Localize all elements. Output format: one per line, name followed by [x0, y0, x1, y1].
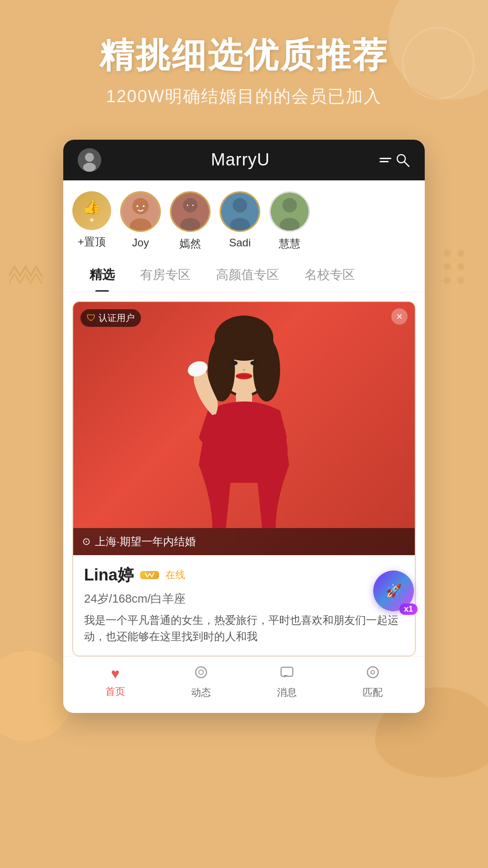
meiran-label: 嫣然 [179, 236, 201, 251]
close-button[interactable]: × [391, 308, 408, 325]
profile-woman-svg [167, 311, 321, 546]
pin-avatar[interactable]: 👍 ★ [72, 191, 111, 230]
svg-point-32 [230, 361, 238, 365]
user-avatar[interactable] [78, 148, 101, 172]
story-sadi-item[interactable]: Sadi [220, 191, 260, 249]
tab-beauty[interactable]: 高颜值专区 [203, 258, 292, 292]
profile-name-row: Lina婷 在线 [84, 564, 404, 586]
nav-home[interactable]: ♥ 首页 [105, 665, 125, 698]
sadi-label: Sadi [229, 236, 251, 249]
profile-stats: 24岁/168cm/白羊座 [84, 591, 404, 607]
profile-info: Lina婷 在线 24岁/168cm/白羊座 我是一个平凡普通的女生，热爱旅行，… [73, 555, 415, 656]
home-icon: ♥ [111, 665, 120, 682]
svg-point-7 [85, 153, 94, 162]
story-joy-item[interactable]: Joy [120, 191, 161, 249]
svg-point-25 [282, 198, 297, 212]
search-area[interactable] [380, 152, 410, 168]
match-label: 匹配 [363, 686, 383, 699]
svg-point-31 [215, 316, 273, 361]
svg-point-22 [233, 198, 247, 212]
svg-point-19 [187, 204, 188, 206]
svg-point-3 [457, 263, 465, 270]
svg-point-4 [444, 277, 451, 284]
svg-line-10 [404, 162, 409, 166]
svg-point-2 [444, 263, 451, 270]
svg-point-12 [132, 198, 149, 214]
svg-point-40 [199, 670, 203, 675]
tab-bar: 精选 有房专区 高颜值专区 名校专区 [63, 258, 425, 292]
nav-message[interactable]: 消息 [277, 665, 297, 699]
svg-point-15 [143, 205, 145, 207]
search-icon[interactable] [395, 152, 410, 168]
sadi-avatar [221, 193, 259, 231]
location-text: 上海·期望一年内结婚 [95, 534, 196, 549]
certified-badge: 🛡 认证用户 [80, 309, 141, 327]
svg-point-43 [371, 670, 375, 674]
tab-house[interactable]: 有房专区 [127, 258, 203, 292]
profile-card: 🛡 认证用户 × ⊙ 上海·期望一年内结婚 Lina婷 [72, 301, 416, 656]
message-icon [280, 665, 294, 683]
sadi-avatar-ring[interactable] [220, 191, 260, 232]
hero-subtitle: 1200W明确结婚目的的会员已加入 [27, 85, 461, 108]
meiran-avatar-ring[interactable] [170, 191, 211, 232]
boost-multiplier: x1 [399, 604, 418, 615]
svg-point-39 [196, 667, 206, 678]
story-huihui-item[interactable]: 慧慧 [269, 191, 310, 251]
profile-bio: 我是一个平凡普通的女生，热爱旅行，平时也喜欢和朋友们一起运动，也还能够在这里找到… [84, 612, 404, 645]
dynamic-label: 动态 [191, 686, 211, 699]
vip-badge [140, 571, 159, 579]
svg-point-17 [183, 198, 197, 212]
profile-card-image: 🛡 认证用户 × ⊙ 上海·期望一年内结婚 [73, 302, 415, 555]
nav-dynamic[interactable]: 动态 [191, 665, 211, 699]
svg-point-20 [192, 204, 194, 206]
svg-point-42 [367, 667, 378, 678]
svg-point-8 [83, 163, 96, 172]
vip-icon [145, 572, 155, 578]
location-icon: ⊙ [82, 536, 90, 547]
joy-avatar [122, 193, 160, 231]
huihui-avatar-ring[interactable] [269, 191, 310, 232]
boost-circle[interactable]: 🚀 x1 [373, 571, 414, 611]
app-header: MarryU [63, 140, 425, 180]
shield-icon: 🛡 [87, 313, 96, 323]
story-meiran-item[interactable]: 嫣然 [170, 191, 211, 251]
profile-name: Lina婷 [84, 564, 134, 586]
nav-match[interactable]: 匹配 [363, 665, 383, 699]
svg-point-1 [457, 250, 465, 257]
svg-point-33 [250, 361, 258, 365]
stories-row: 👍 ★ +置顶 Joy [63, 180, 425, 258]
svg-point-5 [457, 277, 465, 284]
huihui-label: 慧慧 [279, 236, 300, 251]
joy-label: Joy [132, 236, 149, 249]
svg-point-14 [136, 205, 138, 207]
location-bar: ⊙ 上海·期望一年内结婚 [73, 528, 415, 555]
story-pin-item[interactable]: 👍 ★ +置顶 [72, 191, 111, 249]
online-badge: 在线 [165, 568, 185, 582]
pin-label: +置顶 [78, 235, 106, 249]
app-title: MarryU [211, 150, 270, 170]
app-mockup: MarryU 👍 ★ +置顶 [63, 140, 425, 713]
message-label: 消息 [277, 686, 297, 699]
home-label: 首页 [105, 685, 125, 698]
dynamic-icon [194, 665, 208, 683]
hero-title: 精挑细选优质推荐 [27, 36, 461, 74]
tab-school[interactable]: 名校专区 [292, 258, 368, 292]
tab-selected[interactable]: 精选 [77, 258, 127, 292]
certified-label: 认证用户 [99, 312, 135, 324]
bottom-nav: ♥ 首页 动态 消息 [63, 656, 425, 713]
rocket-icon: 🚀 [386, 583, 402, 598]
huihui-avatar [271, 193, 309, 231]
joy-avatar-ring[interactable] [120, 191, 161, 232]
svg-point-0 [444, 250, 451, 257]
menu-icon[interactable] [380, 158, 391, 162]
meiran-avatar [171, 193, 209, 231]
hero-section: 精挑细选优质推荐 1200W明确结婚目的的会员已加入 [0, 0, 488, 126]
match-icon [366, 665, 380, 683]
boost-button[interactable]: 🚀 x1 [373, 571, 414, 611]
